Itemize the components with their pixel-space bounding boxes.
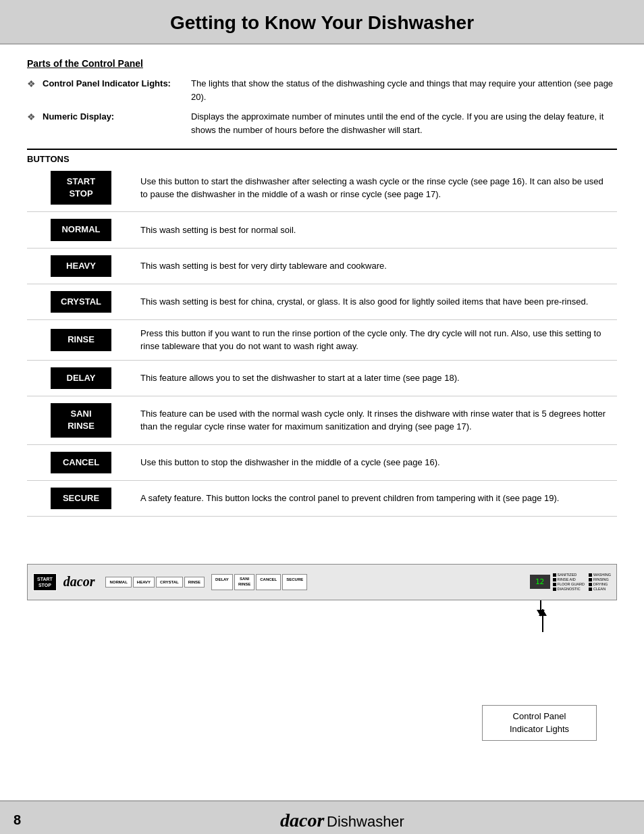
panel-btn-cancel: CANCEL (256, 574, 281, 590)
button-desc-cancel: Use this button to stop the dishwasher i… (135, 444, 617, 480)
indicator-dot (553, 578, 556, 581)
control-panel-strip: STARTSTOP dacor NORMAL HEAVY CRYSTAL RIN… (27, 564, 617, 600)
button-desc-heavy: This wash setting is best for very dirty… (135, 248, 617, 284)
panel-buttons-group: NORMAL HEAVY CRYSTAL RINSE (105, 577, 205, 588)
indicator-label-sanitized: SANITIZED (558, 573, 577, 577)
delay-button[interactable]: DELAY (51, 367, 111, 389)
footer-product: Dishwasher (327, 813, 404, 830)
indicator-label-lights: Control Panel Indicator Lights: (43, 78, 184, 88)
footer-logo: dacor (280, 810, 324, 831)
panel-indicator-floorgd: FLOOR GUARD (553, 582, 585, 586)
button-desc-delay: This feature allows you to set the dishw… (135, 360, 617, 396)
arrow-up-head (539, 609, 547, 616)
panel-btn-delay: DELAY (211, 574, 233, 590)
indicator-desc-lights: The lights that show the status of the d… (191, 77, 617, 103)
panel-logo: dacor (63, 574, 95, 590)
button-desc-rinse: Press this button if you want to run the… (135, 319, 617, 360)
button-desc-secure: A safety feature. This button locks the … (135, 480, 617, 516)
panel-indicator-diag: DIAGNOSTIC (553, 587, 585, 591)
indicator-lights-text: Control PanelIndicator Lights (510, 711, 569, 735)
indicator-label-diag: DIAGNOSTIC (558, 587, 581, 591)
panel-buttons-group-2: DELAY SANIRINSE CANCEL SECURE (211, 574, 307, 590)
indicator-dot (589, 583, 592, 586)
footer-logo-area: dacor Dishwasher (54, 810, 630, 831)
indicator-label-washing: WASHING (593, 573, 611, 577)
start-stop-button[interactable]: START STOP (51, 171, 111, 205)
panel-numeric-display: 12 (530, 575, 550, 589)
table-row: RINSE Press this button if you want to r… (27, 319, 617, 360)
panel-indicator-sanitized: SANITIZED (553, 573, 585, 577)
panel-indicator-drying: DRYING (589, 582, 611, 586)
button-desc-normal: This wash setting is best for normal soi… (135, 212, 617, 248)
indicator-label-rinseaid: RINSE AID (558, 577, 576, 581)
heavy-button[interactable]: HEAVY (51, 255, 111, 277)
indicator-row-lights: ❖ Control Panel Indicator Lights: The li… (27, 77, 617, 103)
panel-indicators: SANITIZED RINSE AID FLOOR GUARD DIA (553, 573, 611, 591)
panel-start-stop-button: STARTSTOP (33, 573, 57, 591)
panel-btn-rinse: RINSE (184, 577, 205, 588)
button-desc-crystal: This wash setting is best for china, cry… (135, 284, 617, 319)
panel-btn-normal: NORMAL (105, 577, 131, 588)
indicator-label-floorgd: FLOOR GUARD (558, 582, 585, 586)
main-content: Parts of the Control Panel ❖ Control Pan… (0, 45, 644, 712)
table-row: START STOP Use this button to start the … (27, 164, 617, 212)
cancel-button[interactable]: CANCEL (51, 452, 111, 473)
indicator-desc-numeric: Displays the approximate number of minut… (191, 110, 617, 136)
panel-btn-heavy: HEAVY (133, 577, 155, 588)
table-row: CANCEL Use this button to stop the dishw… (27, 444, 617, 480)
indicator-label-rinsing: RINSING (593, 577, 609, 581)
panel-btn-secure: SECURE (282, 574, 307, 590)
table-row: NORMAL This wash setting is best for nor… (27, 212, 617, 248)
indicator-lights-label-box: Control PanelIndicator Lights (482, 705, 597, 741)
indicator-dot (553, 573, 556, 577)
indicator-dot (553, 588, 556, 591)
buttons-heading: BUTTONS (27, 149, 617, 164)
panel-btn-sani-rinse: SANIRINSE (234, 574, 254, 590)
indicator-dot (589, 578, 592, 581)
panel-indicator-washing: WASHING (589, 573, 611, 577)
buttons-table: START STOP Use this button to start the … (27, 164, 617, 517)
page-header: Getting to Know Your Dishwasher (0, 0, 644, 45)
table-row: HEAVY This wash setting is best for very… (27, 248, 617, 284)
crystal-button[interactable]: CRYSTAL (51, 291, 111, 313)
page-footer: 8 dacor Dishwasher (0, 800, 644, 834)
indicator-dot (589, 588, 592, 591)
panel-btn-crystal: CRYSTAL (156, 577, 183, 588)
indicator-dot (589, 573, 592, 577)
panel-indicator-clean: CLEAN (589, 587, 611, 591)
button-desc-sani-rinse: This feature can be used with the normal… (135, 396, 617, 444)
button-desc-start-stop: Use this button to start the dishwasher … (135, 164, 617, 212)
diagram-section: Numeric Display STARTSTOP dacor NORMAL H… (27, 564, 617, 706)
rinse-button[interactable]: RINSE (51, 329, 111, 350)
panel-indicator-rinseaid: RINSE AID (553, 577, 585, 581)
table-row: DELAY This feature allows you to set the… (27, 360, 617, 396)
footer-page-number: 8 (14, 812, 34, 828)
panel-indicator-rinsing: RINSING (589, 577, 611, 581)
indicator-dot (553, 583, 556, 586)
page-title: Getting to Know Your Dishwasher (0, 12, 644, 34)
table-row: SECURE A safety feature. This button loc… (27, 480, 617, 516)
indicator-lights-arrow (542, 609, 543, 632)
table-row: CRYSTAL This wash setting is best for ch… (27, 284, 617, 319)
indicator-label-numeric: Numeric Display: (43, 111, 184, 122)
indicator-label-drying: DRYING (593, 582, 608, 586)
sani-rinse-button[interactable]: SANI RINSE (51, 403, 111, 437)
parts-section-title: Parts of the Control Panel (27, 58, 617, 69)
bullet-icon: ❖ (27, 78, 36, 89)
bullet-icon-2: ❖ (27, 111, 36, 122)
table-row: SANI RINSE This feature can be used with… (27, 396, 617, 444)
normal-button[interactable]: NORMAL (51, 219, 111, 240)
indicator-label-clean: CLEAN (593, 587, 606, 591)
secure-button[interactable]: SECURE (51, 488, 111, 509)
indicator-row-numeric: ❖ Numeric Display: Displays the approxim… (27, 110, 617, 136)
